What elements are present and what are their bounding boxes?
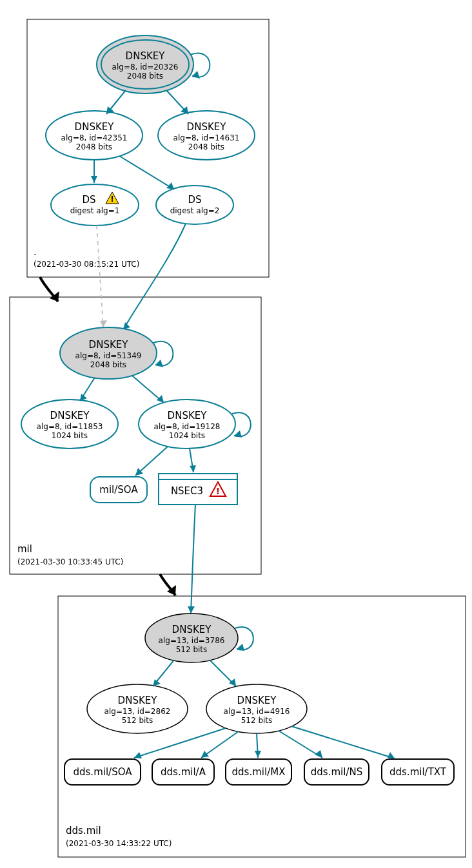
svg-text:NSEC3: NSEC3: [171, 485, 203, 497]
node-mil-ksk: DNSKEY alg=8, id=51349 2048 bits: [60, 327, 157, 379]
svg-text:1024 bits: 1024 bits: [52, 431, 88, 440]
node-rr-ns: dds.mil/NS: [304, 759, 369, 785]
svg-text:DNSKEY: DNSKEY: [172, 624, 212, 635]
node-root-zsk2: DNSKEY alg=8, id=14631 2048 bits: [158, 111, 255, 160]
node-rr-txt: dds.mil/TXT: [382, 759, 454, 785]
svg-text:DS: DS: [82, 194, 95, 206]
zone-label-root: .: [34, 246, 37, 258]
svg-marker-82: [388, 752, 395, 758]
zone-ts-dds: (2021-03-30 14:33:22 UTC): [66, 839, 172, 848]
node-mil-zsk1: DNSKEY alg=8, id=11853 1024 bits: [21, 400, 118, 448]
root-ksk-bits: 2048 bits: [127, 72, 163, 81]
svg-text:mil/SOA: mil/SOA: [99, 484, 138, 496]
svg-text:digest alg=2: digest alg=2: [170, 206, 220, 215]
svg-text:512 bits: 512 bits: [122, 716, 153, 725]
dnssec-graph: . (2021-03-30 08:15:21 UTC) mil (2021-03…: [0, 0, 472, 868]
zone-ts-root: (2021-03-30 08:15:21 UTC): [34, 260, 139, 269]
svg-text:DNSKEY: DNSKEY: [50, 410, 90, 421]
svg-text:DS: DS: [188, 194, 201, 206]
svg-text:DNSKEY: DNSKEY: [168, 410, 208, 421]
node-rr-soa: dds.mil/SOA: [64, 759, 141, 785]
svg-text:digest alg=1: digest alg=1: [70, 206, 120, 215]
svg-text:dds.mil/SOA: dds.mil/SOA: [74, 766, 133, 778]
node-root-ksk: DNSKEY alg=8, id=20326 2048 bits: [97, 35, 193, 93]
root-ksk-alg: alg=8, id=20326: [112, 63, 179, 72]
svg-marker-24: [100, 320, 107, 327]
svg-text:DNSKEY: DNSKEY: [237, 695, 277, 706]
svg-text:alg=8, id=14631: alg=8, id=14631: [173, 133, 240, 142]
svg-text:alg=13, id=4916: alg=13, id=4916: [224, 707, 290, 716]
svg-text:!: !: [110, 195, 113, 204]
svg-text:2048 bits: 2048 bits: [90, 360, 126, 369]
svg-text:DNSKEY: DNSKEY: [89, 339, 129, 351]
svg-marker-66: [153, 679, 161, 686]
svg-text:DNSKEY: DNSKEY: [75, 121, 115, 133]
node-root-zsk1: DNSKEY alg=8, id=42351 2048 bits: [46, 111, 143, 160]
svg-text:alg=13, id=3786: alg=13, id=3786: [159, 636, 225, 645]
svg-text:alg=8, id=42351: alg=8, id=42351: [61, 133, 128, 142]
svg-text:alg=8, id=51349: alg=8, id=51349: [75, 351, 142, 360]
node-ds2: DS digest alg=2: [156, 186, 233, 224]
svg-text:dds.mil/MX: dds.mil/MX: [232, 766, 286, 778]
svg-marker-80: [255, 751, 261, 758]
svg-marker-21: [91, 176, 97, 183]
zone-ts-mil: (2021-03-30 10:33:45 UTC): [17, 557, 123, 566]
node-nsec3: NSEC3 !: [159, 474, 237, 505]
svg-text:2048 bits: 2048 bits: [188, 142, 224, 151]
svg-text:alg=8, id=11853: alg=8, id=11853: [37, 422, 103, 431]
svg-text:dds.mil/TXT: dds.mil/TXT: [389, 766, 447, 778]
svg-text:!: !: [216, 486, 220, 496]
svg-text:512 bits: 512 bits: [241, 716, 273, 725]
svg-marker-81: [315, 750, 322, 758]
node-dds-ksk: DNSKEY alg=13, id=3786 512 bits: [145, 613, 238, 662]
zone-label-dds: dds.mil: [66, 825, 101, 836]
root-ksk-title: DNSKEY: [126, 50, 166, 62]
node-rr-mx: dds.mil/MX: [226, 759, 291, 785]
svg-marker-41: [157, 395, 164, 403]
zone-label-mil: mil: [17, 543, 32, 555]
svg-text:DNSKEY: DNSKEY: [187, 121, 227, 133]
svg-text:DNSKEY: DNSKEY: [118, 695, 158, 706]
svg-text:dds.mil/A: dds.mil/A: [161, 766, 206, 778]
svg-text:dds.mil/NS: dds.mil/NS: [311, 766, 362, 778]
svg-text:1024 bits: 1024 bits: [169, 431, 205, 440]
node-mil-soa: mil/SOA: [90, 477, 147, 503]
svg-text:512 bits: 512 bits: [176, 645, 208, 654]
svg-text:alg=13, id=2862: alg=13, id=2862: [104, 707, 171, 716]
node-mil-zsk2: DNSKEY alg=8, id=19128 1024 bits: [139, 400, 235, 448]
node-ds1: DS digest alg=1 !: [51, 184, 139, 226]
svg-text:2048 bits: 2048 bits: [76, 142, 112, 151]
svg-marker-79: [201, 751, 209, 758]
svg-marker-52: [188, 606, 195, 613]
node-rr-a: dds.mil/A: [152, 759, 214, 785]
svg-text:alg=8, id=19128: alg=8, id=19128: [154, 422, 221, 431]
node-dds-zsk1: DNSKEY alg=13, id=2862 512 bits: [87, 684, 188, 733]
